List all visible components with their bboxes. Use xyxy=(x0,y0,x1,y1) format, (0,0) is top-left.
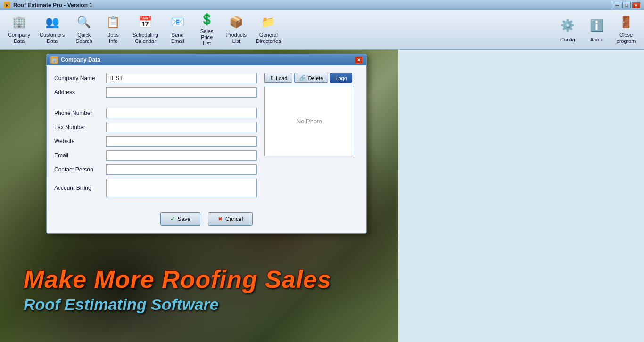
scheduling-label: SchedulingCalendar xyxy=(132,32,158,44)
customers-data-icon: 👥 xyxy=(43,15,62,30)
form-row-email: Email xyxy=(54,150,257,161)
title-bar-text: Roof Estimate Pro - Version 1 xyxy=(13,2,92,8)
title-bar: R Roof Estimate Pro - Version 1 ─ □ ✕ xyxy=(0,0,644,10)
form-row-contact: Contact Person xyxy=(54,164,257,175)
close-program-label: Closeprogram xyxy=(617,32,636,44)
label-phone: Phone Number xyxy=(54,110,106,116)
toolbar-right: ⚙️ Config ℹ️ About 🚪 Closeprogram xyxy=(553,13,640,47)
maximize-button[interactable]: □ xyxy=(622,2,631,8)
form-row-phone: Phone Number xyxy=(54,108,257,118)
dialog-title: Company Data xyxy=(61,57,100,63)
logo-tab-button[interactable]: Logo xyxy=(330,73,352,83)
send-email-label: SendEmail xyxy=(171,32,184,44)
logo-buttons: ⬆ Load 🔗 Delete Logo xyxy=(264,73,359,83)
window-close-button[interactable]: ✕ xyxy=(632,2,640,8)
toolbar-btn-jobs-info[interactable]: 📋 JobsInfo xyxy=(99,13,127,47)
save-icon: ✔ xyxy=(170,216,175,222)
toolbar-btn-close-program[interactable]: 🚪 Closeprogram xyxy=(612,13,640,47)
logo-preview: No Photo xyxy=(264,86,354,156)
load-label: Load xyxy=(276,75,287,81)
delete-icon: 🔗 xyxy=(299,75,306,81)
toolbar-btn-customers-data[interactable]: 👥 CustomersData xyxy=(35,13,69,47)
company-data-label: CompanyData xyxy=(8,32,30,44)
send-email-icon: 📧 xyxy=(168,15,187,30)
dialog-close-button[interactable]: ✕ xyxy=(355,56,363,64)
main-area: Make More Roofing Sales Roof Estimating … xyxy=(0,50,644,342)
save-label: Save xyxy=(178,216,190,222)
input-contact[interactable] xyxy=(106,164,257,175)
input-phone[interactable] xyxy=(106,108,257,118)
minimize-button[interactable]: ─ xyxy=(613,2,621,8)
form-row-spacer xyxy=(54,101,257,104)
input-address[interactable] xyxy=(106,87,257,98)
input-billing[interactable] xyxy=(106,179,257,197)
general-dir-label: GeneralDirectories xyxy=(256,32,281,44)
form-row-company-name: Company Name xyxy=(54,73,257,83)
company-data-dialog: 🏢 Company Data ✕ Company Name Address xyxy=(46,54,367,234)
input-company-name[interactable] xyxy=(106,73,257,83)
close-program-icon: 🚪 xyxy=(617,15,636,30)
label-email: Email xyxy=(54,152,106,159)
label-fax: Fax Number xyxy=(54,124,106,130)
about-icon: ℹ️ xyxy=(587,16,606,35)
dialog-body: Company Name Address Phone Number Fax Nu… xyxy=(47,65,366,209)
config-label: Config xyxy=(560,37,575,43)
products-label: ProductsList xyxy=(226,32,247,44)
delete-label: Delete xyxy=(308,75,323,81)
label-contact: Contact Person xyxy=(54,166,106,173)
form-row-address: Address xyxy=(54,87,257,98)
sales-price-icon: 💲 xyxy=(198,13,216,26)
label-company-name: Company Name xyxy=(54,75,106,81)
toolbar-btn-send-email[interactable]: 📧 SendEmail xyxy=(164,13,192,47)
form-row-fax: Fax Number xyxy=(54,122,257,132)
save-button[interactable]: ✔ Save xyxy=(160,212,200,226)
toolbar-btn-scheduling[interactable]: 📅 SchedulingCalendar xyxy=(128,13,162,47)
dialog-footer: ✔ Save ✖ Cancel xyxy=(47,209,366,233)
no-photo-text: No Photo xyxy=(297,118,322,125)
input-email[interactable] xyxy=(106,150,257,161)
input-fax[interactable] xyxy=(106,122,257,132)
label-address: Address xyxy=(54,89,106,96)
config-icon: ⚙️ xyxy=(558,16,577,35)
label-billing: Account Billing xyxy=(54,185,106,191)
delete-logo-button[interactable]: 🔗 Delete xyxy=(294,73,328,83)
form-row-website: Website xyxy=(54,136,257,147)
customers-data-label: CustomersData xyxy=(40,32,65,44)
title-bar-controls: ─ □ ✕ xyxy=(613,2,640,8)
dialog-title-icon: 🏢 xyxy=(50,56,58,64)
products-icon: 📦 xyxy=(227,15,246,30)
quick-search-label: QuickSearch xyxy=(76,32,92,44)
cancel-icon: ✖ xyxy=(218,216,223,222)
jobs-info-label: JobsInfo xyxy=(108,32,119,44)
background-right xyxy=(398,50,644,342)
toolbar-btn-products[interactable]: 📦 ProductsList xyxy=(222,13,251,47)
form-row-billing: Account Billing xyxy=(54,179,257,197)
toolbar-btn-general-dir[interactable]: 📁 GeneralDirectories xyxy=(252,13,285,47)
scheduling-icon: 📅 xyxy=(136,15,155,30)
toolbar: 🏢 CompanyData 👥 CustomersData 🔍 QuickSea… xyxy=(0,10,644,50)
label-website: Website xyxy=(54,138,106,145)
input-website[interactable] xyxy=(106,136,257,147)
company-data-icon: 🏢 xyxy=(10,15,29,30)
logo-tab-label: Logo xyxy=(335,75,347,81)
dialog-logo-section: ⬆ Load 🔗 Delete Logo No Photo xyxy=(264,73,359,201)
toolbar-btn-sales-price[interactable]: 💲 SalesPriceList xyxy=(193,13,221,47)
jobs-info-icon: 📋 xyxy=(104,15,123,30)
title-bar-icon: R xyxy=(4,2,10,8)
dialog-overlay: 🏢 Company Data ✕ Company Name Address xyxy=(0,50,398,342)
dialog-form: Company Name Address Phone Number Fax Nu… xyxy=(54,73,257,201)
toolbar-btn-quick-search[interactable]: 🔍 QuickSearch xyxy=(70,13,98,47)
toolbar-btn-about[interactable]: ℹ️ About xyxy=(583,13,611,47)
toolbar-btn-company-data[interactable]: 🏢 CompanyData xyxy=(4,13,34,47)
dialog-titlebar: 🏢 Company Data ✕ xyxy=(47,54,366,65)
load-logo-button[interactable]: ⬆ Load xyxy=(264,73,292,83)
general-dir-icon: 📁 xyxy=(259,15,278,30)
cancel-button[interactable]: ✖ Cancel xyxy=(208,212,253,226)
toolbar-btn-config[interactable]: ⚙️ Config xyxy=(553,13,582,47)
sales-price-label: SalesPriceList xyxy=(200,28,214,47)
about-label: About xyxy=(590,37,604,43)
cancel-label: Cancel xyxy=(225,216,243,222)
load-icon: ⬆ xyxy=(270,75,274,81)
quick-search-icon: 🔍 xyxy=(74,15,93,30)
